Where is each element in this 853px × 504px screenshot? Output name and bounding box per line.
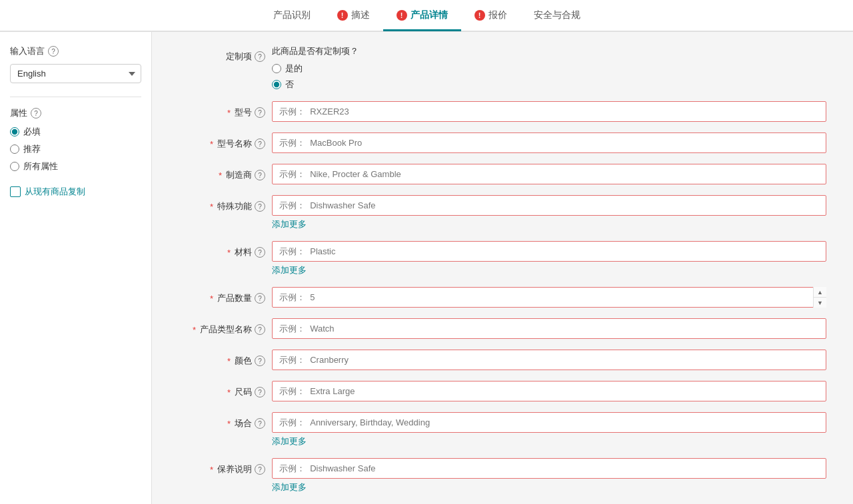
model-name-row: * 型号名称 ? <box>179 132 826 153</box>
product-quantity-help-icon[interactable]: ? <box>255 293 265 304</box>
occasion-input[interactable] <box>272 412 826 433</box>
copy-icon <box>10 186 21 197</box>
size-input[interactable] <box>272 381 826 401</box>
material-help-icon[interactable]: ? <box>255 247 265 258</box>
size-row: * 尺码 ? <box>179 381 826 401</box>
sidebar: 输入语言 ? English 中文 日本語 属性 ? 必填 推荐 <box>0 32 152 504</box>
model-number-input[interactable] <box>272 101 826 122</box>
size-help-icon[interactable]: ? <box>255 387 265 397</box>
product-type-name-input[interactable] <box>272 318 826 339</box>
model-name-control <box>272 132 826 153</box>
tab-product-detail[interactable]: ! 产品详情 <box>383 1 461 31</box>
tab-safety-label: 安全与合规 <box>534 9 580 21</box>
special-features-add-more[interactable]: 添加更多 <box>272 218 307 230</box>
special-features-label: * 特殊功能 ? <box>179 195 272 212</box>
material-label-text: 材料 <box>235 246 252 258</box>
tab-pricing[interactable]: ! 报价 <box>461 1 520 31</box>
customization-radio-group: 是的 否 <box>272 63 826 91</box>
tab-description[interactable]: ! 摘述 <box>324 1 383 31</box>
sidebar-divider <box>10 97 141 97</box>
model-number-control <box>272 101 826 122</box>
special-features-required-star: * <box>210 202 213 212</box>
manufacturer-input[interactable] <box>272 164 826 184</box>
model-name-help-icon[interactable]: ? <box>255 138 265 149</box>
tab-product-id-label: 产品识别 <box>273 9 311 21</box>
material-add-more[interactable]: 添加更多 <box>272 264 307 276</box>
tab-product-detail-error-icon: ! <box>397 10 407 21</box>
manufacturer-control <box>272 164 826 184</box>
size-required-star: * <box>227 387 231 397</box>
language-select[interactable]: English 中文 日本語 <box>10 64 141 83</box>
model-number-help-icon[interactable]: ? <box>255 107 265 118</box>
color-required-star: * <box>227 356 231 366</box>
material-input[interactable] <box>272 241 826 262</box>
special-features-input[interactable] <box>272 195 826 216</box>
occasion-add-more[interactable]: 添加更多 <box>272 435 307 447</box>
occasion-required-star: * <box>227 419 231 429</box>
material-label: * 材料 ? <box>179 241 272 258</box>
model-name-input[interactable] <box>272 132 826 153</box>
customization-no-label: 否 <box>285 79 294 91</box>
product-quantity-control: ▲ ▼ <box>272 287 826 308</box>
care-instructions-add-more[interactable]: 添加更多 <box>272 481 307 493</box>
care-instructions-label-text: 保养说明 <box>217 463 252 475</box>
radio-all-label: 所有属性 <box>23 160 58 172</box>
special-features-label-text: 特殊功能 <box>217 200 252 212</box>
radio-all[interactable]: 所有属性 <box>10 160 141 172</box>
input-language-help-icon[interactable]: ? <box>48 46 59 57</box>
language-select-wrapper: English 中文 日本語 <box>10 64 141 83</box>
product-type-name-label-text: 产品类型名称 <box>200 324 252 336</box>
care-instructions-help-icon[interactable]: ? <box>255 464 265 475</box>
model-number-label: * 型号 ? <box>179 101 272 119</box>
customization-no-input[interactable] <box>272 80 281 89</box>
product-quantity-spinner-down[interactable]: ▼ <box>814 298 826 308</box>
color-help-icon[interactable]: ? <box>255 356 265 366</box>
radio-recommended-input[interactable] <box>10 144 19 154</box>
attribute-section: 属性 ? <box>10 107 141 119</box>
radio-required-input[interactable] <box>10 127 19 136</box>
tab-product-id[interactable]: 产品识别 <box>260 1 324 31</box>
manufacturer-label-text: 制造商 <box>226 169 252 181</box>
care-instructions-label: * 保养说明 ? <box>179 458 272 475</box>
product-quantity-input[interactable] <box>272 287 826 308</box>
customization-yes-label: 是的 <box>285 63 303 75</box>
tab-pricing-error-icon: ! <box>474 10 485 21</box>
color-input[interactable] <box>272 350 826 370</box>
customization-help-icon[interactable]: ? <box>255 51 265 62</box>
occasion-control: 添加更多 <box>272 412 826 447</box>
product-quantity-label-text: 产品数量 <box>217 292 252 304</box>
tab-safety[interactable]: 安全与合规 <box>520 1 594 31</box>
radio-required[interactable]: 必填 <box>10 126 141 138</box>
customization-no[interactable]: 否 <box>272 79 826 91</box>
radio-recommended[interactable]: 推荐 <box>10 143 141 155</box>
occasion-help-icon[interactable]: ? <box>255 418 265 429</box>
customization-question: 此商品是否有定制项？ <box>272 45 826 57</box>
model-name-label-text: 型号名称 <box>217 138 252 150</box>
copy-from-existing-button[interactable]: 从现有商品复制 <box>10 186 85 198</box>
attribute-help-icon[interactable]: ? <box>31 108 41 119</box>
color-label-text: 颜色 <box>235 355 252 367</box>
special-features-row: * 特殊功能 ? 添加更多 <box>179 195 826 230</box>
radio-all-input[interactable] <box>10 162 19 171</box>
attribute-title: 属性 <box>10 107 27 119</box>
product-type-name-help-icon[interactable]: ? <box>255 324 265 335</box>
material-control: 添加更多 <box>272 241 826 276</box>
product-quantity-spinner-up[interactable]: ▲ <box>814 287 826 298</box>
product-type-name-required-star: * <box>193 325 196 335</box>
manufacturer-help-icon[interactable]: ? <box>255 170 265 180</box>
special-features-control: 添加更多 <box>272 195 826 230</box>
occasion-row: * 场合 ? 添加更多 <box>179 412 826 447</box>
color-label: * 颜色 ? <box>179 350 272 367</box>
material-required-star: * <box>227 248 231 258</box>
tab-pricing-label: 报价 <box>488 9 507 21</box>
customization-yes[interactable]: 是的 <box>272 63 826 75</box>
input-language-section: 输入语言 ? <box>10 45 141 57</box>
care-instructions-input[interactable] <box>272 458 826 479</box>
model-name-required-star: * <box>210 139 213 149</box>
special-features-help-icon[interactable]: ? <box>255 201 265 212</box>
manufacturer-label: * 制造商 ? <box>179 164 272 181</box>
size-label-text: 尺码 <box>235 386 252 398</box>
customization-yes-input[interactable] <box>272 64 281 73</box>
product-quantity-label: * 产品数量 ? <box>179 287 272 304</box>
color-control <box>272 350 826 370</box>
